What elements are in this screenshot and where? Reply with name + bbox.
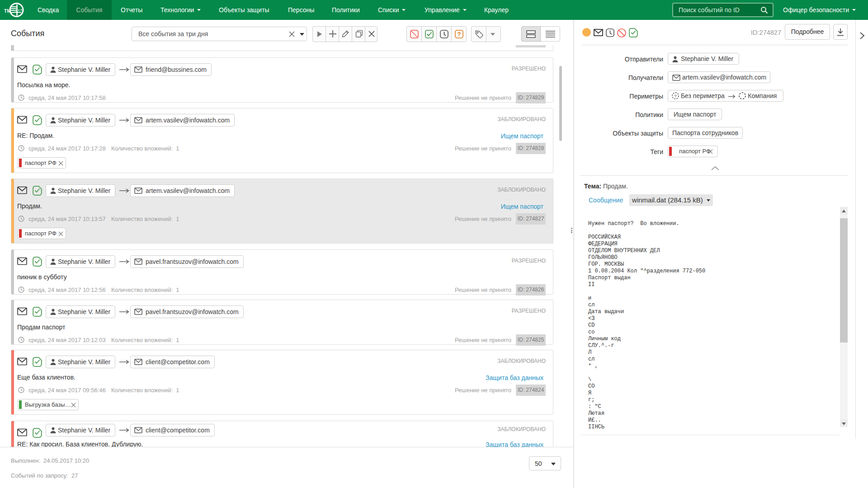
svg-text:?: ? [458,31,461,38]
svg-text:?: ? [674,94,676,99]
